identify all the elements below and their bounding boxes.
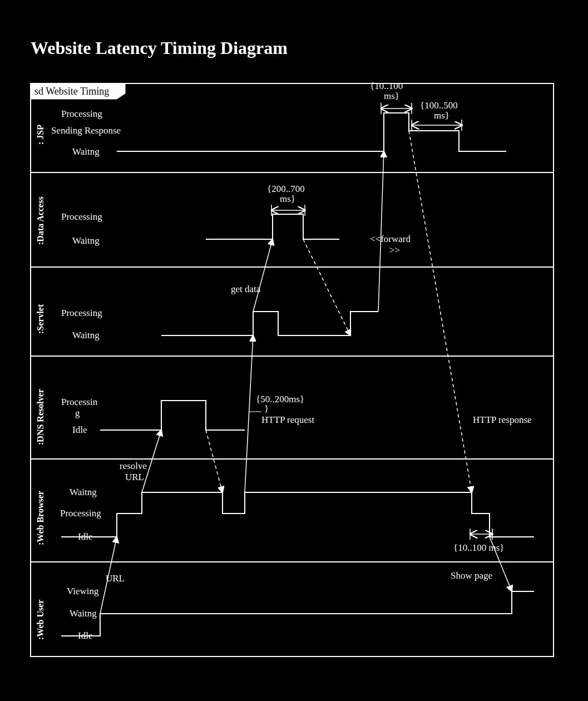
srv-waiting: Waitng: [72, 330, 100, 340]
msg-url: URL: [106, 573, 125, 584]
arrow-da-return: [303, 239, 350, 335]
msg-http-resp: HTTP response: [473, 414, 532, 425]
svg-text:URL: URL: [125, 472, 144, 482]
arrow-dns-return: [206, 430, 223, 492]
jsp-processing: Processing: [61, 108, 102, 119]
constraint-10-100b: {10..100 ms}: [453, 542, 504, 553]
msg-http-req: HTTP request: [261, 414, 314, 425]
msg-resolve1: resolve: [120, 461, 147, 471]
dataaccess-timeline: [206, 214, 339, 239]
lane-jsp: : JSP: [36, 125, 45, 145]
user-waiting: Waitng: [70, 608, 97, 619]
timing-diagram-svg: sd Website Timing : JSP :Data Access :Se…: [0, 0, 588, 701]
svg-text:ms}: ms}: [280, 194, 295, 204]
lane-browser: :Web Browser: [36, 491, 45, 545]
da-processing: Processing: [61, 211, 102, 222]
da-waiting: Waitng: [72, 235, 100, 246]
jsp-sending: Sending Response: [51, 125, 121, 136]
browser-timeline: [61, 492, 534, 537]
dns-timeline: [100, 401, 245, 430]
br-processing: Processing: [60, 508, 101, 519]
dns-processing: Processin: [61, 397, 98, 407]
svg-text:}: }: [264, 403, 269, 414]
diagram-page: Website Latency Timing Diagram sd Websit…: [0, 0, 588, 701]
lane-user: :Web User: [36, 600, 45, 640]
constraint-50-200: {50..200ms}: [256, 394, 304, 404]
arrow-http-resp: [409, 131, 472, 492]
lane-servlet: :Servlet: [36, 304, 45, 334]
dns-idle: Idle: [72, 424, 87, 435]
srv-processing: Processing: [61, 308, 102, 318]
svg-text:{200..700: {200..700: [267, 184, 305, 194]
msg-getdata: get data: [231, 284, 261, 294]
arrow-getdata: [253, 239, 273, 312]
user-viewing: Viewing: [67, 586, 99, 596]
msg-forward: <<forward: [370, 234, 411, 244]
arrow-http-req: [245, 335, 253, 492]
svg-text:ms}: ms}: [384, 91, 399, 101]
arrow-forward: [378, 151, 384, 312]
svg-text:ms}: ms}: [434, 110, 449, 121]
frame-label: sd Website Timing: [34, 86, 109, 97]
svg-text:{100..500: {100..500: [420, 100, 458, 111]
lane-dns: :DNS Resolver: [36, 389, 45, 445]
page-title: Website Latency Timing Diagram: [31, 38, 288, 58]
user-timeline: [61, 591, 534, 636]
lane-data-access: :Data Access: [36, 196, 45, 245]
msg-showpage: Show page: [451, 570, 492, 581]
svg-text:>>: >>: [389, 245, 400, 255]
svg-text:g: g: [75, 408, 80, 418]
br-waiting: Waitng: [70, 487, 97, 497]
svg-text:{10..100: {10..100: [370, 81, 403, 91]
jsp-waiting: Waitng: [72, 146, 100, 157]
servlet-timeline: [161, 312, 378, 335]
